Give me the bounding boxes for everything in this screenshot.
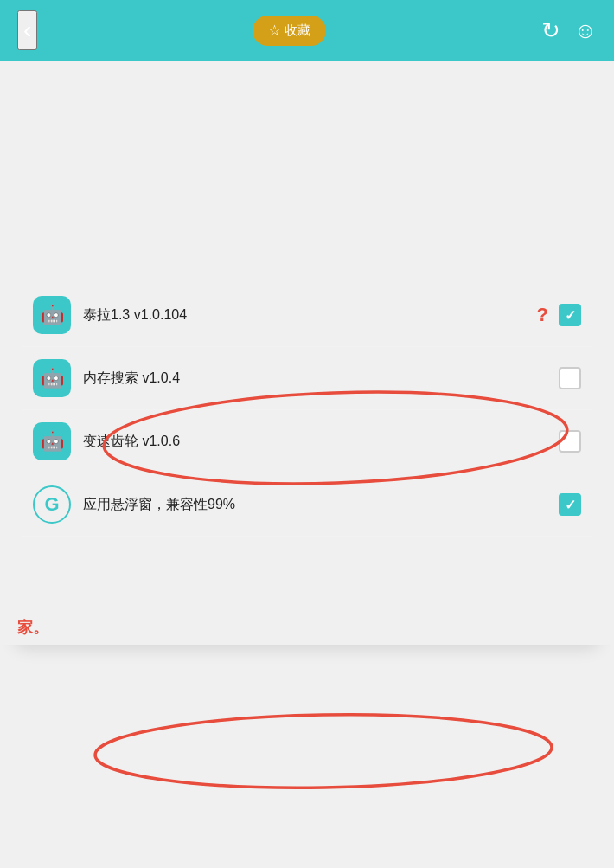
plugin-name-2: 变速齿轮 v1.0.6 — [83, 433, 559, 451]
plugin-row-0[interactable]: 🤖 泰拉1.3 v1.0.104 ? — [22, 284, 592, 347]
plugin-icon-0: 🤖 — [33, 296, 71, 334]
plugins-section: 🤖 泰拉1.3 v1.0.104 ? 🤖 内存搜索 v1.0.4 🤖 变速 — [14, 284, 600, 537]
plugin-checkbox-1[interactable] — [559, 367, 581, 389]
plugin-row-2[interactable]: 🤖 变速齿轮 v1.0.6 — [22, 410, 592, 473]
back-button[interactable]: ‹ — [17, 10, 37, 50]
collect-button[interactable]: ☆ 收藏 — [253, 16, 326, 46]
face-button[interactable]: ☺ — [573, 17, 597, 44]
android-icon-0: 🤖 — [41, 304, 64, 326]
svg-point-1 — [94, 710, 552, 791]
plugin-checkbox-0[interactable] — [559, 304, 581, 326]
plugin-row-3[interactable]: G 应用悬浮窗，兼容性99% — [22, 473, 592, 537]
plugin-checkbox-2[interactable] — [559, 430, 581, 453]
refresh-button[interactable]: ↻ — [541, 17, 560, 44]
plugin-row-1[interactable]: 🤖 内存搜索 v1.0.4 — [22, 347, 592, 410]
plugin-icon-1: 🤖 — [33, 359, 71, 397]
header: ‹ ☆ 收藏 ↻ ☺ — [0, 0, 614, 61]
plugin-name-1: 内存搜索 v1.0.4 — [83, 370, 559, 388]
plugin-name-3: 应用悬浮窗，兼容性99% — [83, 496, 559, 514]
android-icon-2: 🤖 — [41, 430, 64, 453]
g-icon: G — [33, 485, 71, 524]
plugin-name-0: 泰拉1.3 v1.0.104 — [83, 306, 537, 325]
plugin-checkbox-3[interactable] — [559, 493, 581, 516]
bottom-text: 家。 — [17, 617, 48, 638]
question-icon-0[interactable]: ? — [537, 304, 548, 326]
plugin-icon-2: 🤖 — [33, 422, 71, 460]
android-icon-1: 🤖 — [41, 367, 64, 389]
